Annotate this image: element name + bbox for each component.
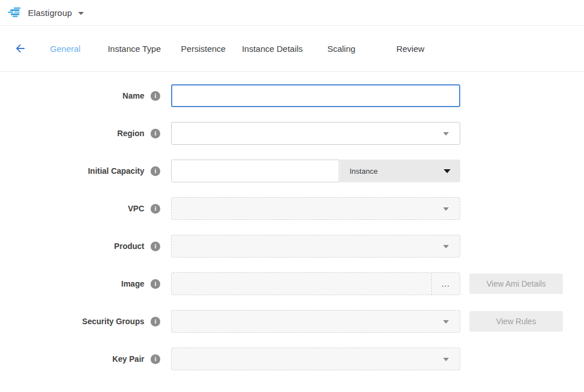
tab-general[interactable]: General xyxy=(31,44,100,54)
chevron-down-icon xyxy=(443,132,449,136)
product-label: Product xyxy=(114,242,144,251)
image-label: Image xyxy=(121,279,144,288)
wizard-nav: General Instance Type Persistence Instan… xyxy=(0,26,584,72)
tab-instance-details[interactable]: Instance Details xyxy=(238,44,307,54)
info-icon[interactable]: i xyxy=(151,204,160,214)
image-picker[interactable]: ... xyxy=(171,272,460,295)
form-row-security-groups: Security Groups i View Rules xyxy=(0,310,584,333)
tab-instance-type[interactable]: Instance Type xyxy=(100,44,169,54)
view-ami-details-button[interactable]: View Ami Details xyxy=(469,273,563,294)
view-rules-button[interactable]: View Rules xyxy=(469,311,563,332)
product-select[interactable] xyxy=(171,235,460,258)
form-row-image: Image i ... View Ami Details xyxy=(0,272,584,295)
elastigroup-logo-icon xyxy=(8,7,22,18)
security-groups-select[interactable] xyxy=(171,310,460,333)
info-icon[interactable]: i xyxy=(151,279,160,289)
name-input[interactable] xyxy=(171,84,460,107)
tab-persistence[interactable]: Persistence xyxy=(169,44,238,54)
initial-capacity-label: Initial Capacity xyxy=(88,166,144,175)
name-label: Name xyxy=(123,91,144,100)
chevron-down-icon xyxy=(443,245,449,248)
region-label: Region xyxy=(117,129,144,138)
initial-capacity-input[interactable] xyxy=(171,160,339,182)
info-icon[interactable]: i xyxy=(151,354,160,364)
capacity-unit-select[interactable]: Instance xyxy=(340,160,460,182)
info-icon[interactable]: i xyxy=(151,91,160,101)
tab-scaling[interactable]: Scaling xyxy=(307,44,376,54)
form-row-vpc: VPC i xyxy=(0,197,584,220)
chevron-down-icon[interactable] xyxy=(78,12,84,15)
info-icon[interactable]: i xyxy=(151,242,160,251)
form-row-product: Product i xyxy=(0,235,584,258)
form-row-initial-capacity: Initial Capacity i Instance xyxy=(0,160,584,182)
info-icon[interactable]: i xyxy=(151,166,160,176)
info-icon[interactable]: i xyxy=(151,317,160,326)
form-row-region: Region i xyxy=(0,122,584,145)
info-icon[interactable]: i xyxy=(151,129,160,138)
chevron-down-icon xyxy=(443,320,449,324)
key-pair-select[interactable] xyxy=(171,348,460,370)
wizard-tabs: General Instance Type Persistence Instan… xyxy=(31,44,445,54)
vpc-select[interactable] xyxy=(171,197,460,220)
back-arrow-icon[interactable] xyxy=(14,42,27,55)
chevron-down-icon xyxy=(443,358,449,361)
general-form: Name i Region i Initial Capacity i Insta… xyxy=(0,72,584,370)
security-groups-label: Security Groups xyxy=(82,317,144,326)
form-row-name: Name i xyxy=(0,84,584,107)
image-browse-button[interactable]: ... xyxy=(431,273,460,295)
app-header: Elastigroup xyxy=(0,0,584,26)
vpc-label: VPC xyxy=(128,204,144,213)
capacity-unit-value: Instance xyxy=(350,167,378,175)
chevron-down-icon xyxy=(444,169,451,173)
tab-review[interactable]: Review xyxy=(376,44,445,54)
form-row-key-pair: Key Pair i xyxy=(0,348,584,370)
key-pair-label: Key Pair xyxy=(112,354,144,364)
region-select[interactable] xyxy=(171,122,460,145)
chevron-down-icon xyxy=(443,207,449,211)
app-title[interactable]: Elastigroup xyxy=(28,8,72,18)
